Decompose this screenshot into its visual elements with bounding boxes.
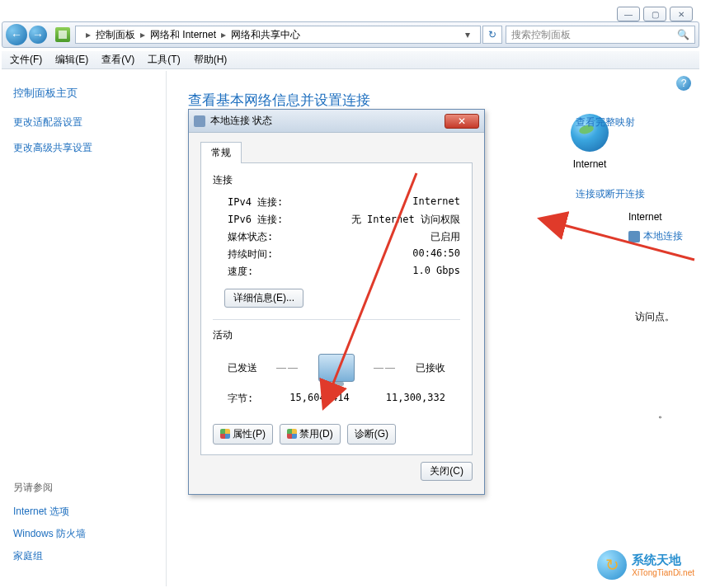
received-label: 已接收 [416, 361, 445, 375]
chevron-right-icon: ▸ [221, 29, 226, 40]
search-placeholder: 搜索控制面板 [511, 28, 571, 42]
ipv6-label: IPv6 连接: [228, 213, 283, 227]
tab-general[interactable]: 常规 [200, 142, 242, 163]
control-panel-icon [55, 27, 70, 42]
partial-text: 。 [658, 407, 668, 421]
sidebar-home-link[interactable]: 控制面板主页 [13, 86, 154, 101]
menu-view[interactable]: 查看(V) [101, 53, 134, 67]
arrow-left-icon: ← [11, 28, 22, 41]
connection-section-label: 连接 [213, 173, 460, 187]
sidebar-sharing-settings-link[interactable]: 更改高级共享设置 [13, 141, 154, 155]
watermark-url: XiTongTianDi.net [632, 568, 694, 577]
see-also-heading: 另请参阅 [13, 481, 86, 495]
connection-status-dialog: 本地连接 状态 ✕ 常规 连接 IPv4 连接:Internet IPv6 连接… [188, 109, 485, 495]
minimize-button[interactable]: — [617, 7, 640, 21]
connect-disconnect-link[interactable]: 连接或断开连接 [576, 187, 699, 201]
left-sidebar: 控制面板主页 更改适配器设置 更改高级共享设置 另请参阅 Internet 选项… [2, 71, 167, 586]
search-input[interactable]: 搜索控制面板 🔍 [506, 26, 695, 44]
activity-section-label: 活动 [213, 328, 460, 342]
speed-label: 速度: [228, 265, 253, 279]
ipv6-value: 无 Internet 访问权限 [351, 213, 460, 227]
diagnose-button[interactable]: 诊断(G) [347, 424, 396, 445]
shield-icon [287, 429, 297, 439]
dialog-title: 本地连接 状态 [210, 114, 272, 128]
menu-file[interactable]: 文件(F) [10, 53, 42, 67]
disable-button[interactable]: 禁用(D) [280, 424, 341, 445]
page-title: 查看基本网络信息并设置连接 [188, 91, 699, 110]
breadcrumb[interactable]: ▸ 控制面板 ▸ 网络和 Internet ▸ 网络和共享中心 ▾ [75, 26, 481, 44]
duration-value: 00:46:50 [412, 247, 460, 261]
navigation-toolbar: ← → ▸ 控制面板 ▸ 网络和 Internet ▸ 网络和共享中心 ▾ ↻ … [2, 21, 699, 48]
window-close-button[interactable]: ✕ [670, 7, 693, 21]
chevron-right-icon: ▸ [86, 29, 91, 40]
network-icon [194, 115, 205, 127]
local-connection-link[interactable]: 本地连接 [643, 230, 683, 242]
breadcrumb-item[interactable]: 控制面板 [96, 28, 135, 42]
sidebar-adapter-settings-link[interactable]: 更改适配器设置 [13, 115, 154, 129]
close-button[interactable]: 关闭(C) [421, 462, 473, 481]
breadcrumb-item[interactable]: 网络和共享中心 [231, 28, 300, 42]
sent-label: 已发送 [228, 361, 257, 375]
duration-label: 持续时间: [228, 247, 273, 261]
chevron-right-icon: ▸ [140, 29, 145, 40]
windows-firewall-link[interactable]: Windows 防火墙 [13, 527, 86, 541]
details-button[interactable]: 详细信息(E)... [224, 289, 303, 308]
menubar: 文件(F) 编辑(E) 查看(V) 工具(T) 帮助(H) [2, 51, 699, 69]
dialog-close-button[interactable]: ✕ [445, 114, 479, 129]
search-icon: 🔍 [677, 29, 689, 40]
properties-button[interactable]: 属性(P) [213, 424, 273, 445]
speed-value: 1.0 Gbps [412, 265, 460, 279]
dialog-titlebar[interactable]: 本地连接 状态 ✕ [189, 110, 484, 133]
media-state-label: 媒体状态: [228, 230, 273, 244]
network-icon [628, 231, 640, 242]
back-button[interactable]: ← [6, 24, 27, 45]
refresh-button[interactable]: ↻ [482, 26, 502, 44]
arrow-right-icon: → [32, 28, 44, 41]
breadcrumb-item[interactable]: 网络和 Internet [150, 28, 216, 42]
watermark: 系统天地 XiTongTianDi.net [597, 550, 694, 580]
dash-icon: —— [365, 362, 406, 374]
monitor-icon [318, 354, 355, 382]
bytes-label: 字节: [228, 392, 253, 406]
ipv4-label: IPv4 连接: [228, 195, 283, 209]
maximize-button[interactable]: ▢ [643, 7, 666, 21]
view-full-map-link[interactable]: 查看完整映射 [576, 115, 699, 129]
chevron-down-icon[interactable]: ▾ [460, 29, 475, 40]
shield-icon [220, 429, 230, 439]
media-state-value: 已启用 [430, 230, 460, 244]
access-type-value: Internet [628, 211, 683, 223]
ipv4-value: Internet [412, 195, 460, 209]
homegroup-link[interactable]: 家庭组 [13, 549, 86, 563]
menu-help[interactable]: 帮助(H) [194, 53, 228, 67]
help-icon[interactable]: ? [676, 76, 691, 91]
watermark-globe-icon [597, 550, 627, 580]
menu-edit[interactable]: 编辑(E) [55, 53, 88, 67]
internet-options-link[interactable]: Internet 选项 [13, 505, 86, 519]
dash-icon: —— [267, 362, 308, 374]
bytes-sent-value: 15,604,414 [289, 392, 349, 406]
partial-text: 访问点。 [635, 310, 675, 324]
bytes-received-value: 11,300,332 [386, 392, 445, 406]
watermark-title: 系统天地 [632, 553, 694, 568]
menu-tools[interactable]: 工具(T) [148, 53, 180, 67]
forward-button[interactable]: → [29, 26, 47, 44]
